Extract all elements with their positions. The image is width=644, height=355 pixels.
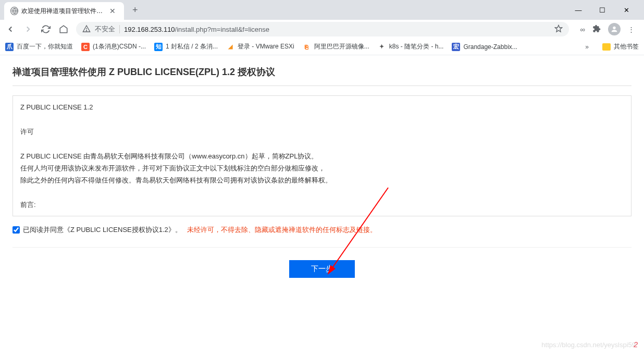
bookmark-favicon: C bbox=[81, 43, 90, 51]
extensions-icon[interactable] bbox=[592, 25, 601, 34]
folder-icon bbox=[602, 43, 611, 51]
close-window-icon[interactable]: ✕ bbox=[619, 6, 634, 14]
bookmark-favicon: ⎘ bbox=[303, 43, 311, 51]
menu-icon[interactable]: ⋮ bbox=[628, 26, 635, 33]
bookmark-label: 百度一下，你就知道 bbox=[17, 42, 73, 51]
cloud-icon[interactable]: ∞ bbox=[580, 26, 585, 33]
bookmark-label: 1 封私信 / 2 条消... bbox=[166, 42, 218, 51]
agree-checkbox[interactable] bbox=[13, 226, 20, 234]
divider bbox=[13, 85, 631, 86]
page-title: 禅道项目管理软件使用 Z PUBLIC LICENSE(ZPL) 1.2 授权协… bbox=[13, 66, 631, 78]
profile-icon[interactable] bbox=[608, 23, 621, 35]
agree-warning: 未经许可，不得去除、隐藏或遮掩禅道软件的任何标志及链接。 bbox=[187, 225, 377, 235]
globe-icon bbox=[10, 7, 18, 15]
tab-bar: 欢迎使用禅道项目管理软件! - 禅 ✕ + — ☐ ✕ bbox=[0, 0, 644, 20]
next-button[interactable]: 下一步 bbox=[289, 260, 355, 278]
divider bbox=[119, 25, 120, 33]
bookmark-favicon: ✦ bbox=[378, 43, 386, 51]
license-textarea[interactable] bbox=[13, 95, 631, 216]
page-number: 2 bbox=[634, 340, 638, 349]
other-bookmarks[interactable]: 其他书签 bbox=[602, 42, 639, 51]
bookmark-item[interactable]: ⎘阿里巴巴开源镜像... bbox=[303, 42, 369, 51]
star-icon[interactable] bbox=[554, 25, 563, 34]
minimize-icon[interactable]: — bbox=[571, 6, 586, 14]
home-button[interactable] bbox=[58, 24, 69, 34]
bookmark-item[interactable]: 爪百度一下，你就知道 bbox=[5, 42, 73, 51]
svg-point-2 bbox=[86, 30, 86, 31]
bookmarks-bar: 爪百度一下，你就知道C(1条消息)CSDN -...知1 封私信 / 2 条消.… bbox=[0, 39, 644, 55]
new-tab-button[interactable]: + bbox=[128, 3, 142, 18]
bookmark-label: (1条消息)CSDN -... bbox=[93, 42, 146, 51]
other-bookmarks-label: 其他书签 bbox=[614, 42, 639, 51]
window-controls: — ☐ ✕ bbox=[571, 6, 640, 14]
maximize-icon[interactable]: ☐ bbox=[595, 6, 610, 14]
bookmark-favicon: 知 bbox=[154, 43, 163, 51]
bookmark-favicon: ◢ bbox=[226, 43, 234, 51]
close-icon[interactable]: ✕ bbox=[107, 7, 118, 15]
tab-title: 欢迎使用禅道项目管理软件! - 禅 bbox=[21, 7, 104, 16]
bookmark-label: 阿里巴巴开源镜像... bbox=[314, 42, 369, 51]
bookmark-favicon: 宏 bbox=[452, 43, 460, 51]
address-bar: 不安全 192.168.253.110/install.php?m=instal… bbox=[0, 20, 644, 39]
security-label: 不安全 bbox=[95, 25, 115, 34]
bookmark-item[interactable]: ◢登录 - VMware ESXi bbox=[226, 42, 294, 51]
agree-row: 已阅读并同意《Z PUBLIC LICENSE授权协议1.2》。 未经许可，不得… bbox=[13, 225, 631, 235]
browser-tab[interactable]: 欢迎使用禅道项目管理软件! - 禅 ✕ bbox=[4, 2, 124, 20]
url-text: 192.168.253.110/install.php?m=install&f=… bbox=[124, 26, 550, 33]
bookmarks-overflow-icon[interactable]: » bbox=[585, 43, 589, 51]
svg-point-3 bbox=[613, 27, 615, 29]
url-input[interactable]: 不安全 192.168.253.110/install.php?m=instal… bbox=[76, 22, 569, 36]
bookmark-item[interactable]: ✦k8s - 随笔分类 - h... bbox=[378, 42, 444, 51]
back-button[interactable] bbox=[5, 24, 16, 34]
divider bbox=[13, 247, 631, 248]
forward-button[interactable] bbox=[23, 24, 33, 34]
watermark: https://blog.csdn.net/yeyslspi59 bbox=[541, 341, 636, 349]
bookmark-favicon: 爪 bbox=[5, 43, 14, 51]
bookmark-item[interactable]: 宏Grandage-Zabbix... bbox=[452, 43, 517, 51]
bookmark-item[interactable]: 知1 封私信 / 2 条消... bbox=[154, 42, 218, 51]
bookmark-item[interactable]: C(1条消息)CSDN -... bbox=[81, 42, 146, 51]
bookmark-label: 登录 - VMware ESXi bbox=[238, 42, 294, 51]
warning-icon bbox=[82, 25, 91, 34]
page-content: 禅道项目管理软件使用 Z PUBLIC LICENSE(ZPL) 1.2 授权协… bbox=[0, 55, 644, 288]
bookmark-label: Grandage-Zabbix... bbox=[463, 43, 517, 51]
bookmark-label: k8s - 随笔分类 - h... bbox=[389, 42, 444, 51]
reload-button[interactable] bbox=[41, 24, 51, 34]
agree-label: 已阅读并同意《Z PUBLIC LICENSE授权协议1.2》。 bbox=[23, 225, 182, 235]
